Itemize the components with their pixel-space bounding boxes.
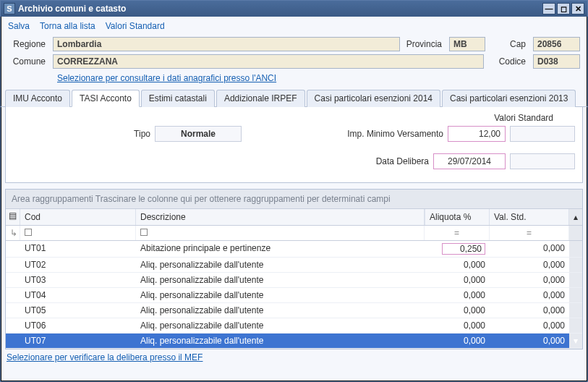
cell-desc: Abitazione principale e pertinenze (136, 241, 425, 257)
field-imp-min-std (510, 126, 575, 142)
field-tipo: Normale (155, 126, 242, 142)
cell-aliquota[interactable]: 0,000 (425, 318, 490, 333)
table-row[interactable]: UT07Aliq. personalizzabile dall'utente0,… (6, 334, 582, 349)
field-cap[interactable]: 20856 (533, 37, 580, 51)
field-provincia[interactable]: MB (449, 37, 485, 51)
tab-estimi-catastali[interactable]: Estimi catastali (141, 90, 215, 107)
field-data-delibera[interactable]: 29/07/2014 (433, 153, 506, 169)
grid: Area raggruppamenti Trascinare le colonn… (5, 189, 583, 349)
cell-desc: Aliq. personalizzabile dall'utente (136, 288, 425, 302)
group-bar-prefix: Area raggruppamenti (12, 194, 93, 204)
titlebar: S Archivio comuni e catasto — ◻ ✕ (1, 1, 587, 17)
table-row[interactable]: UT02Aliq. personalizzabile dall'utente0,… (6, 258, 582, 273)
minimize-button[interactable]: — (542, 3, 555, 14)
tabstrip: IMU AccontoTASI AccontoEstimi catastaliA… (1, 89, 587, 107)
cell-val-std: 0,000 (490, 273, 569, 287)
filter-icon[interactable]: ↳ (6, 226, 20, 240)
cell-cod: UT01 (20, 241, 136, 257)
filter-desc[interactable] (136, 226, 425, 240)
grid-scroll-track[interactable] (569, 258, 582, 272)
cell-cod: UT05 (20, 303, 136, 318)
grid-header-aliquota[interactable]: Aliquota % (425, 209, 490, 225)
menu-torna-lista[interactable]: Torna alla lista (40, 21, 95, 31)
label-provincia: Provincia (403, 39, 446, 49)
cell-desc: Aliq. personalizzabile dall'utente (136, 334, 425, 348)
app-icon: S (4, 3, 15, 14)
window-controls: — ◻ ✕ (542, 3, 584, 14)
cell-desc: Aliq. personalizzabile dall'utente (136, 273, 425, 287)
maximize-button[interactable]: ◻ (557, 3, 570, 14)
cell-aliquota[interactable]: 0,250 (425, 241, 490, 257)
label-cap: Cap (501, 39, 530, 49)
cell-aliquota[interactable]: 0,000 (425, 258, 490, 272)
menubar: Salva Torna alla lista Valori Standard (1, 17, 587, 34)
cell-val-std: 0,000 (490, 318, 569, 333)
field-imp-min[interactable]: 12,00 (448, 126, 506, 142)
grid-body: UT01Abitazione principale e pertinenze0,… (6, 241, 582, 349)
form-area: Regione Lombardia Provincia MB Cap 20856… (1, 34, 587, 89)
cell-aliquota[interactable]: 0,000 (425, 334, 490, 348)
cell-val-std: 0,000 (490, 258, 569, 272)
link-mef[interactable]: Selezionare per verificare la delibera p… (1, 349, 587, 365)
window-title: Archivio comuni e catasto (18, 4, 542, 14)
link-anci[interactable]: Selezionare per consultare i dati anagra… (57, 72, 276, 88)
table-row[interactable]: UT04Aliq. personalizzabile dall'utente0,… (6, 288, 582, 303)
grid-header-descrizione[interactable]: Descrizione (136, 209, 425, 225)
field-codice[interactable]: D038 (533, 54, 580, 69)
grid-header-selector-icon[interactable]: ▤ (6, 209, 20, 225)
cell-val-std: 0,000 (490, 241, 569, 257)
label-tipo: Tipo (13, 129, 150, 139)
cell-val-std: 0,000 (490, 334, 569, 348)
filter-aliq[interactable]: = (425, 226, 490, 240)
grid-filter-row: ↳ = = (6, 226, 582, 241)
table-row[interactable]: UT06Aliq. personalizzabile dall'utente0,… (6, 318, 582, 334)
cell-cod: UT04 (20, 288, 136, 302)
cell-desc: Aliq. personalizzabile dall'utente (136, 318, 425, 333)
grid-group-bar[interactable]: Area raggruppamenti Trascinare le colonn… (6, 190, 582, 209)
cell-aliquota[interactable]: 0,000 (425, 288, 490, 302)
grid-scroll-track[interactable] (569, 318, 582, 333)
close-button[interactable]: ✕ (571, 3, 584, 14)
tab-imu-acconto[interactable]: IMU Acconto (5, 90, 70, 107)
field-data-delibera-std (510, 153, 575, 169)
label-imp-min: Imp. Minimo Versamento (347, 129, 443, 139)
grid-scroll-track[interactable] (569, 273, 582, 287)
filter-cod[interactable] (20, 226, 136, 240)
table-row[interactable]: UT03Aliq. personalizzabile dall'utente0,… (6, 273, 582, 288)
cell-cod: UT02 (20, 258, 136, 272)
grid-header-val-std[interactable]: Val. Std. (490, 209, 569, 225)
label-codice: Codice (497, 56, 530, 67)
tab-casi-particolari-esenzioni-2013[interactable]: Casi particolari esenzioni 2013 (442, 90, 576, 107)
tab-panel-tasi: Valori Standard Tipo Normale Imp. Minimo… (5, 107, 583, 183)
cell-val-std: 0,000 (490, 288, 569, 302)
window: S Archivio comuni e catasto — ◻ ✕ Salva … (0, 0, 588, 382)
cell-aliquota[interactable]: 0,000 (425, 303, 490, 318)
grid-header: ▤ Cod Descrizione Aliquota % Val. Std. ▴ (6, 209, 582, 226)
cell-aliquota[interactable]: 0,000 (425, 273, 490, 287)
grid-scroll-up[interactable]: ▴ (569, 209, 582, 225)
label-comune: Comune (8, 56, 50, 67)
grid-scroll-track-top[interactable] (569, 226, 582, 240)
grid-scroll-track[interactable] (569, 303, 582, 318)
grid-scroll-track[interactable] (569, 288, 582, 302)
tab-casi-particolari-esenzioni-2014[interactable]: Casi particolari esenzioni 2014 (307, 90, 440, 107)
tab-addizionale-irpef[interactable]: Addizionale IRPEF (216, 90, 305, 107)
grid-scroll-track[interactable] (569, 241, 582, 257)
label-data-delibera: Data Delibera (376, 156, 429, 166)
field-comune[interactable]: CORREZZANA (53, 54, 484, 69)
tab-tasi-acconto[interactable]: TASI Acconto (72, 90, 140, 107)
table-row[interactable]: UT05Aliq. personalizzabile dall'utente0,… (6, 303, 582, 318)
grid-scroll-down[interactable]: ▾ (569, 334, 582, 348)
menu-salva[interactable]: Salva (8, 21, 30, 31)
group-bar-hint: Trascinare le colonne qui per ottenere r… (95, 194, 391, 204)
cell-desc: Aliq. personalizzabile dall'utente (136, 303, 425, 318)
grid-header-cod[interactable]: Cod (20, 209, 136, 225)
filter-std[interactable]: = (490, 226, 569, 240)
cell-cod: UT06 (20, 318, 136, 333)
table-row[interactable]: UT01Abitazione principale e pertinenze0,… (6, 241, 582, 258)
cell-desc: Aliq. personalizzabile dall'utente (136, 258, 425, 272)
menu-valori-standard[interactable]: Valori Standard (106, 21, 165, 31)
cell-cod: UT07 (20, 334, 136, 348)
field-regione[interactable]: Lombardia (53, 37, 400, 51)
label-valori-standard-col: Valori Standard (13, 113, 575, 123)
